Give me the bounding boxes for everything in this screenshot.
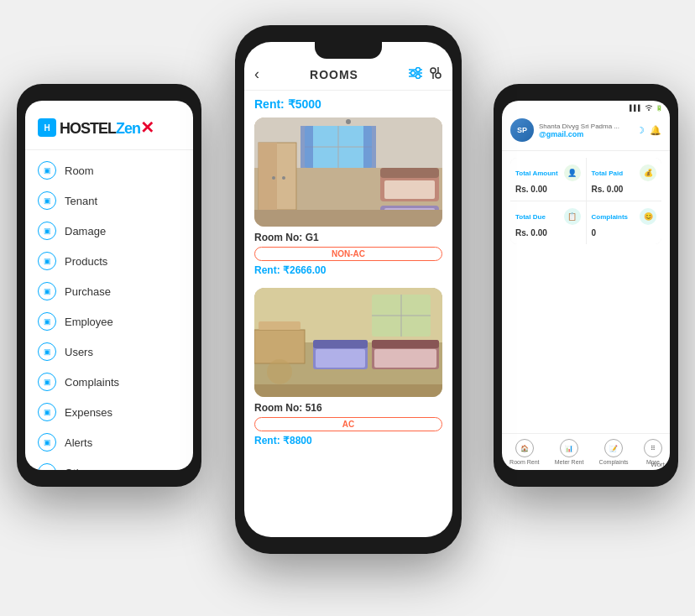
stat-complaints-header: Complaints 😊 <box>592 208 657 225</box>
phone-notch <box>315 42 382 59</box>
stat-total-due-label: Total Due <box>515 213 546 221</box>
svg-rect-19 <box>259 143 277 210</box>
sort-icon[interactable] <box>429 67 442 81</box>
stat-total-paid-label: Total Paid <box>592 170 624 177</box>
svg-point-43 <box>648 109 650 111</box>
rooms-icons <box>409 67 442 81</box>
svg-rect-34 <box>259 321 300 330</box>
damage-icon: ▣ <box>38 222 56 240</box>
user-row: SP Shanta Divyg Sri Padma ... @gmail.com… <box>510 118 661 142</box>
stat-total-amount: Total Amount 👤 Rs. 0.00 <box>510 158 586 201</box>
room-number-1: Room No: G1 <box>254 232 442 243</box>
user-name: Shanta Divyg Sri Padma ... <box>539 123 631 130</box>
svg-rect-16 <box>363 126 376 168</box>
sidebar-item-label-damage: Damage <box>65 225 106 238</box>
stat-complaints-label: Complaints <box>592 213 629 221</box>
svg-rect-33 <box>254 330 305 363</box>
sidebar-item-users[interactable]: ▣ Users <box>25 337 193 367</box>
svg-rect-42 <box>254 384 442 397</box>
status-wifi <box>645 104 653 112</box>
alerts-icon: ▣ <box>38 433 56 452</box>
sidebar-item-label-expenses: Expenses <box>65 406 112 419</box>
stat-complaints: Complaints 😊 0 <box>587 201 662 244</box>
status-signal: ▌▌▌ <box>630 105 642 111</box>
stat-total-paid-value: Rs. 0.00 <box>592 185 657 194</box>
svg-rect-23 <box>380 168 439 178</box>
bottom-nav: 🏠 Room Rent 📊 Meter Rent 📝 Complaints ⠿ … <box>502 433 670 470</box>
filter-icon[interactable] <box>409 67 422 81</box>
sidebar-item-purchase[interactable]: ▣ Purchase <box>25 276 193 306</box>
room-card-1[interactable]: Room No: G1 NON-AC Rent: ₹2666.00 <box>254 117 442 276</box>
logo-text: HOSTELZen✕ <box>60 117 154 138</box>
total-amount-icon: 👤 <box>564 164 581 181</box>
nav-room-rent[interactable]: 🏠 Room Rent <box>509 439 539 465</box>
stat-total-amount-label: Total Amount <box>515 170 558 177</box>
sidebar-item-expenses[interactable]: ▣ Expenses <box>25 397 193 427</box>
sidebar-item-label-complaints: Complaints <box>65 376 119 389</box>
sidebar-item-products[interactable]: ▣ Products <box>25 246 193 276</box>
bell-icon[interactable]: 🔔 <box>650 125 661 136</box>
svg-rect-40 <box>372 340 439 348</box>
left-phone: H HOSTELZen✕ ▣ Room ▣ Tenant ▣ Damage ▣ … <box>17 84 201 487</box>
complaints-stat-icon: 😊 <box>640 208 656 225</box>
stat-total-amount-header: Total Amount 👤 <box>515 164 581 181</box>
employee-icon: ▣ <box>38 312 56 331</box>
stat-total-paid: Total Paid 💰 Rs. 0.00 <box>587 158 662 201</box>
total-paid-icon: 💰 <box>640 164 656 181</box>
svg-point-20 <box>272 176 275 180</box>
sidebar-item-label-others: Others <box>65 467 97 471</box>
stat-total-due-value: Rs. 0.00 <box>515 228 581 238</box>
sidebar-item-label-alerts: Alerts <box>65 436 92 449</box>
logo-icon-text: H <box>44 123 50 133</box>
right-phone-screen: ▌▌▌ 🔋 SP Shanta Divyg Sri Padma ... @gma… <box>502 101 670 470</box>
nav-complaints[interactable]: 📝 Complaints <box>599 439 629 465</box>
svg-rect-41 <box>374 349 436 368</box>
header-icons: ☽ 🔔 <box>636 125 661 136</box>
svg-rect-24 <box>384 180 435 199</box>
user-avatar: SP <box>510 118 534 142</box>
room-card-2[interactable]: Room No: 516 AC Rent: ₹8800 <box>254 288 442 446</box>
svg-rect-38 <box>316 349 365 368</box>
room-number-2: Room No: 516 <box>254 402 442 414</box>
users-icon: ▣ <box>38 342 56 361</box>
moon-icon[interactable]: ☽ <box>636 125 645 136</box>
nav-meter-rent[interactable]: 📊 Meter Rent <box>555 439 584 465</box>
sidebar-item-room[interactable]: ▣ Room <box>25 155 193 185</box>
expenses-icon: ▣ <box>38 403 56 421</box>
nav-room-rent-label: Room Rent <box>509 459 539 465</box>
svg-point-3 <box>415 68 420 72</box>
rooms-title: ROOMS <box>310 68 358 81</box>
sidebar-item-damage[interactable]: ▣ Damage <box>25 216 193 246</box>
sidebar-item-alerts[interactable]: ▣ Alerts <box>25 427 193 457</box>
user-info: Shanta Divyg Sri Padma ... @gmail.com <box>539 123 631 138</box>
svg-rect-37 <box>313 340 368 348</box>
stat-complaints-value: 0 <box>592 228 657 238</box>
svg-point-6 <box>431 68 436 73</box>
room-rent-1: Rent: ₹2666.00 <box>254 264 442 276</box>
sidebar-logo: H HOSTELZen✕ <box>25 109 193 150</box>
sidebar-item-complaints[interactable]: ▣ Complaints <box>25 367 193 397</box>
sidebar-item-others[interactable]: ▣ Others <box>25 457 193 470</box>
stats-grid: Total Amount 👤 Rs. 0.00 Total Paid 💰 Rs.… <box>510 158 661 244</box>
others-icon: ▣ <box>38 463 56 470</box>
total-due-icon: 📋 <box>564 208 581 225</box>
nav-complaints-icon: 📝 <box>604 439 623 457</box>
room-badge-2: AC <box>254 417 442 431</box>
svg-point-17 <box>346 119 351 124</box>
center-phone: ‹ ROOMS Rent: ₹5000 <box>235 25 462 554</box>
user-email: @gmail.com <box>539 130 631 138</box>
back-button[interactable]: ‹ <box>254 65 259 83</box>
stat-total-due: Total Due 📋 Rs. 0.00 <box>510 201 586 244</box>
room-icon: ▣ <box>38 161 56 180</box>
sidebar-item-employee[interactable]: ▣ Employee <box>25 306 193 337</box>
sidebar-item-label-room: Room <box>65 164 94 177</box>
complaints-icon: ▣ <box>38 373 56 391</box>
room-badge-1: NON-AC <box>254 247 442 261</box>
purchase-icon: ▣ <box>38 282 56 300</box>
wort-label: Wort <box>651 461 665 468</box>
room-rent-icon: 🏠 <box>515 439 534 457</box>
sidebar-item-tenant[interactable]: ▣ Tenant <box>25 185 193 216</box>
dashboard-header: SP Shanta Divyg Sri Padma ... @gmail.com… <box>502 115 670 151</box>
sidebar-item-label-tenant: Tenant <box>65 195 97 207</box>
svg-rect-27 <box>254 210 442 227</box>
